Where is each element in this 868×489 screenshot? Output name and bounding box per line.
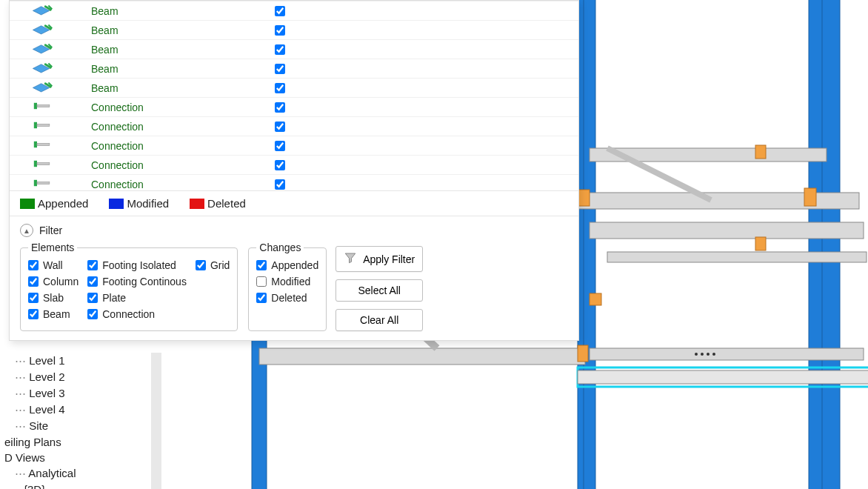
clear-all-label: Clear All: [360, 314, 398, 326]
checkbox-footing-isolated[interactable]: Footing Isolated: [87, 259, 187, 271]
row-checkbox[interactable]: [275, 25, 285, 36]
row-label: Connection: [91, 179, 261, 190]
beam-icon: [32, 41, 53, 58]
svg-rect-16: [804, 188, 816, 206]
checkbox-column[interactable]: Column: [28, 276, 79, 287]
tree-item[interactable]: ⋯ Level 3: [0, 385, 161, 402]
tree-item[interactable]: ⋯ Analytical: [0, 465, 161, 482]
row-label: Connection: [91, 121, 261, 133]
svg-point-24: [712, 353, 715, 356]
tree-item[interactable]: {3D}: [0, 482, 161, 489]
row-checkbox[interactable]: [275, 102, 285, 113]
row-label: Beam: [91, 82, 261, 94]
legend-modified-label: Modified: [127, 197, 169, 210]
svg-rect-34: [37, 182, 50, 184]
connection-icon: [32, 137, 53, 154]
row-checkbox[interactable]: [275, 160, 285, 170]
row-checkbox[interactable]: [275, 83, 285, 93]
select-all-button[interactable]: Select All: [335, 279, 423, 302]
tree-item[interactable]: ⋯ Site: [0, 418, 161, 434]
row-label: Beam: [91, 24, 261, 36]
changes-legend: Changes: [256, 242, 304, 253]
apply-filter-button[interactable]: Apply Filter: [335, 246, 423, 272]
row-label: Beam: [91, 5, 261, 17]
legend-deleted: Deleted: [190, 197, 246, 210]
tree-item[interactable]: D Views: [0, 450, 161, 465]
legend-appended: Appended: [20, 197, 88, 210]
row-label: Connection: [91, 140, 261, 152]
tree-item[interactable]: eiling Plans: [0, 434, 161, 450]
tree-item[interactable]: ⋯ Level 2: [0, 369, 161, 385]
chevron-up-icon: ▲: [20, 224, 33, 237]
table-row[interactable]: Beam: [10, 1, 578, 20]
clear-all-button[interactable]: Clear All: [335, 309, 423, 331]
checkbox-footing-continous[interactable]: Footing Continous: [87, 276, 187, 287]
changes-dialog: BeamBeamBeamBeamBeamConnectionConnection…: [9, 0, 579, 341]
table-row[interactable]: Connection: [10, 174, 578, 190]
tree-marker-icon: ⋯: [15, 354, 29, 367]
tree-item-label: Site: [29, 419, 48, 432]
table-row[interactable]: Connection: [10, 116, 578, 136]
svg-rect-10: [607, 252, 867, 262]
legend-modified: Modified: [109, 197, 169, 210]
checkbox-modified[interactable]: Modified: [256, 276, 318, 287]
svg-rect-27: [34, 122, 37, 128]
changes-table[interactable]: BeamBeamBeamBeamBeamConnectionConnection…: [10, 1, 578, 190]
svg-rect-32: [37, 163, 50, 165]
row-checkbox[interactable]: [275, 44, 285, 55]
checkbox-connection[interactable]: Connection: [87, 308, 187, 320]
legend-deleted-label: Deleted: [207, 197, 246, 210]
elements-group: Elements Wall Footing Isolated Grid Colu…: [20, 242, 238, 331]
apply-filter-label: Apply Filter: [363, 253, 415, 265]
checkbox-beam[interactable]: Beam: [28, 308, 79, 320]
row-checkbox[interactable]: [275, 179, 285, 190]
tree-item[interactable]: ⋯ Level 4: [0, 402, 161, 418]
tree-item-label: eiling Plans: [4, 436, 61, 448]
connection-icon: [32, 118, 53, 135]
beam-icon: [32, 60, 53, 77]
svg-rect-29: [34, 142, 37, 147]
svg-rect-2: [584, 0, 595, 489]
tree-marker-icon: ⋯: [15, 467, 28, 479]
row-checkbox[interactable]: [275, 64, 285, 74]
filter-toggle[interactable]: ▲ Filter: [10, 216, 73, 242]
row-checkbox[interactable]: [275, 122, 285, 132]
svg-rect-14: [578, 370, 868, 384]
funnel-icon: [344, 251, 357, 267]
tree-marker-icon: ⋯: [15, 387, 29, 399]
tree-item-label: Level 2: [29, 370, 64, 383]
row-checkbox[interactable]: [275, 6, 285, 16]
table-row[interactable]: Beam: [10, 78, 578, 97]
row-label: Connection: [91, 102, 261, 113]
svg-rect-26: [37, 105, 50, 107]
tree-item-label: Level 4: [29, 403, 64, 416]
svg-rect-4: [822, 0, 840, 489]
table-row[interactable]: Beam: [10, 39, 578, 59]
status-legend: Appended Modified Deleted: [10, 190, 578, 216]
tree-item-label: D Views: [4, 451, 45, 464]
project-browser[interactable]: ⋯ Level 1⋯ Level 2⋯ Level 3⋯ Level 4⋯ Si…: [0, 353, 161, 489]
table-row[interactable]: Connection: [10, 97, 578, 116]
checkbox-appended[interactable]: Appended: [256, 259, 318, 271]
row-label: Connection: [91, 159, 261, 171]
checkbox-slab[interactable]: Slab: [28, 292, 79, 304]
tree-item-label: {3D}: [24, 483, 45, 489]
checkbox-plate[interactable]: Plate: [87, 292, 187, 304]
connection-icon: [32, 176, 53, 190]
tree-marker-icon: ⋯: [15, 419, 29, 432]
svg-rect-20: [590, 293, 601, 305]
checkbox-wall[interactable]: Wall: [28, 259, 79, 271]
table-row[interactable]: Connection: [10, 155, 578, 174]
table-row[interactable]: Beam: [10, 59, 578, 78]
svg-rect-8: [590, 348, 864, 360]
svg-rect-30: [37, 144, 50, 146]
svg-rect-18: [578, 345, 588, 362]
checkbox-grid[interactable]: Grid: [196, 259, 230, 271]
row-checkbox[interactable]: [275, 141, 285, 151]
tree-item[interactable]: ⋯ Level 1: [0, 353, 161, 369]
checkbox-deleted[interactable]: Deleted: [256, 292, 318, 304]
svg-rect-15: [578, 190, 590, 206]
row-label: Beam: [91, 63, 261, 75]
table-row[interactable]: Beam: [10, 20, 578, 39]
table-row[interactable]: Connection: [10, 136, 578, 155]
